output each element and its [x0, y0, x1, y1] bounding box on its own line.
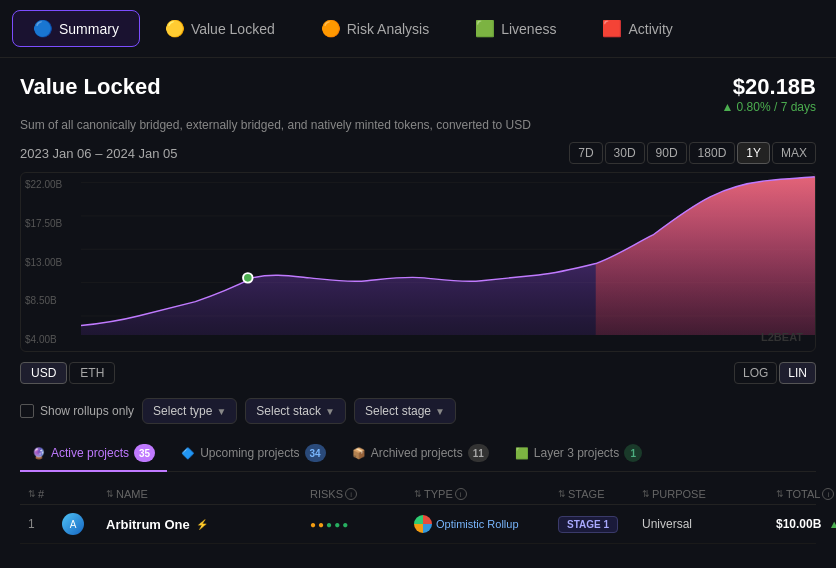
- col-type[interactable]: ⇅ TYPE i: [414, 488, 554, 500]
- scale-lin[interactable]: LIN: [779, 362, 816, 384]
- risks-info-icon[interactable]: i: [345, 488, 357, 500]
- period-7d[interactable]: 7D: [569, 142, 602, 164]
- rollup-checkbox[interactable]: [20, 404, 34, 418]
- tab-risk-analysis-label: Risk Analysis: [347, 21, 429, 37]
- archived-projects-badge: 11: [468, 444, 489, 462]
- rollup-toggle[interactable]: Show rollups only: [20, 404, 134, 418]
- change-percent: ▲ 0.80%: [721, 100, 770, 114]
- value-amount: $20.18B: [721, 74, 816, 100]
- type-info-icon[interactable]: i: [455, 488, 467, 500]
- type-dot-icon: [414, 515, 432, 533]
- value-subtitle: Sum of all canonically bridged, external…: [20, 118, 816, 132]
- chart-svg: [81, 173, 815, 345]
- row-type-cell: Optimistic Rollup: [414, 515, 554, 533]
- active-projects-label: Active projects: [51, 446, 129, 460]
- type-chevron-icon: ▼: [216, 406, 226, 417]
- scale-log[interactable]: LOG: [734, 362, 777, 384]
- row-total-cell: $10.00B ▲ 4.87%: [776, 517, 836, 531]
- value-change: ▲ 0.80% / 7 days: [721, 100, 816, 114]
- layer3-projects-label: Layer 3 projects: [534, 446, 619, 460]
- row-type-label: Optimistic Rollup: [436, 518, 519, 530]
- stage-select[interactable]: Select stage ▼: [354, 398, 456, 424]
- upcoming-projects-label: Upcoming projects: [200, 446, 299, 460]
- change-period: / 7 days: [774, 100, 816, 114]
- tab-activity-label: Activity: [628, 21, 672, 37]
- row-num: 1: [28, 517, 58, 531]
- row-stage: STAGE 1: [558, 516, 638, 533]
- tab-upcoming-projects[interactable]: 🔷 Upcoming projects 34: [169, 436, 338, 472]
- sort-num-icon: ⇅: [28, 489, 36, 499]
- stack-select-label: Select stack: [256, 404, 321, 418]
- risk-analysis-icon: 🟠: [321, 19, 341, 38]
- sort-type-icon: ⇅: [414, 489, 422, 499]
- tab-summary[interactable]: 🔵 Summary: [12, 10, 140, 47]
- col-stage-label: STAGE: [568, 488, 604, 500]
- row-logo: A: [62, 513, 102, 535]
- chart-controls: USD ETH LOG LIN: [20, 362, 816, 384]
- chart-y-axis: $22.00B $17.50B $13.00B $8.50B $4.00B: [21, 173, 81, 351]
- row-total-change: ▲ 4.87%: [829, 518, 836, 530]
- currency-eth[interactable]: ETH: [69, 362, 115, 384]
- currency-group: USD ETH: [20, 362, 115, 384]
- layer3-projects-icon: 🟩: [515, 447, 529, 460]
- col-stage[interactable]: ⇅ STAGE: [558, 488, 638, 500]
- period-1y[interactable]: 1Y: [737, 142, 770, 164]
- project-tabs: 🔮 Active projects 35 🔷 Upcoming projects…: [20, 436, 816, 472]
- period-30d[interactable]: 30D: [605, 142, 645, 164]
- row-total: $10.00B: [776, 517, 821, 531]
- liveness-icon: 🟩: [475, 19, 495, 38]
- row-project-name: Arbitrum One: [106, 517, 190, 532]
- value-locked-title: Value Locked: [20, 74, 161, 100]
- tab-value-locked[interactable]: 🟡 Value Locked: [144, 10, 296, 47]
- stage-badge: STAGE 1: [558, 516, 618, 533]
- upcoming-projects-badge: 34: [305, 444, 326, 462]
- sort-name-icon: ⇅: [106, 489, 114, 499]
- archived-projects-icon: 📦: [352, 447, 366, 460]
- row-name-cell: Arbitrum One ⚡: [106, 517, 306, 532]
- tab-activity[interactable]: 🟥 Activity: [581, 10, 693, 47]
- rollup-label: Show rollups only: [40, 404, 134, 418]
- y-label-2: $17.50B: [25, 218, 77, 229]
- row-risks: ● ● ● ● ●: [310, 519, 410, 530]
- tab-liveness[interactable]: 🟩 Liveness: [454, 10, 577, 47]
- layer3-projects-badge: 1: [624, 444, 642, 462]
- chart-marker: [243, 273, 253, 283]
- col-purpose[interactable]: ⇅ PURPOSE: [642, 488, 772, 500]
- tab-risk-analysis[interactable]: 🟠 Risk Analysis: [300, 10, 450, 47]
- col-num[interactable]: ⇅ #: [28, 488, 58, 500]
- sort-total-icon: ⇅: [776, 489, 784, 499]
- col-name[interactable]: ⇅ NAME: [106, 488, 306, 500]
- col-total[interactable]: ⇅ TOTAL i: [776, 488, 836, 500]
- tab-layer3-projects[interactable]: 🟩 Layer 3 projects 1: [503, 436, 654, 472]
- tab-liveness-label: Liveness: [501, 21, 556, 37]
- chart-watermark: L2BEAT: [761, 331, 803, 343]
- tab-active-projects[interactable]: 🔮 Active projects 35: [20, 436, 167, 472]
- currency-usd[interactable]: USD: [20, 362, 67, 384]
- table-row[interactable]: 1 A Arbitrum One ⚡ ● ● ● ● ● Optimistic …: [20, 505, 816, 544]
- col-type-label: TYPE: [424, 488, 453, 500]
- period-180d[interactable]: 180D: [689, 142, 736, 164]
- stack-chevron-icon: ▼: [325, 406, 335, 417]
- type-select[interactable]: Select type ▼: [142, 398, 237, 424]
- col-risks[interactable]: RISKS i: [310, 488, 410, 500]
- total-info-icon[interactable]: i: [822, 488, 834, 500]
- period-max[interactable]: MAX: [772, 142, 816, 164]
- nav-tabs: 🔵 Summary 🟡 Value Locked 🟠 Risk Analysis…: [0, 0, 836, 58]
- col-num-label: #: [38, 488, 44, 500]
- date-range: 2023 Jan 06 – 2024 Jan 05: [20, 146, 178, 161]
- upcoming-projects-icon: 🔷: [181, 447, 195, 460]
- sort-stage-icon: ⇅: [558, 489, 566, 499]
- y-label-1: $22.00B: [25, 179, 77, 190]
- stack-select[interactable]: Select stack ▼: [245, 398, 346, 424]
- activity-icon: 🟥: [602, 19, 622, 38]
- row-purpose: Universal: [642, 517, 772, 531]
- active-projects-badge: 35: [134, 444, 155, 462]
- tab-value-locked-label: Value Locked: [191, 21, 275, 37]
- chart-area-red: [596, 177, 815, 335]
- scale-group: LOG LIN: [734, 362, 816, 384]
- stage-chevron-icon: ▼: [435, 406, 445, 417]
- filter-row: Show rollups only Select type ▼ Select s…: [20, 398, 816, 424]
- table-header: ⇅ # ⇅ NAME RISKS i ⇅ TYPE i ⇅ STAGE ⇅ PU…: [20, 484, 816, 505]
- tab-archived-projects[interactable]: 📦 Archived projects 11: [340, 436, 501, 472]
- period-90d[interactable]: 90D: [647, 142, 687, 164]
